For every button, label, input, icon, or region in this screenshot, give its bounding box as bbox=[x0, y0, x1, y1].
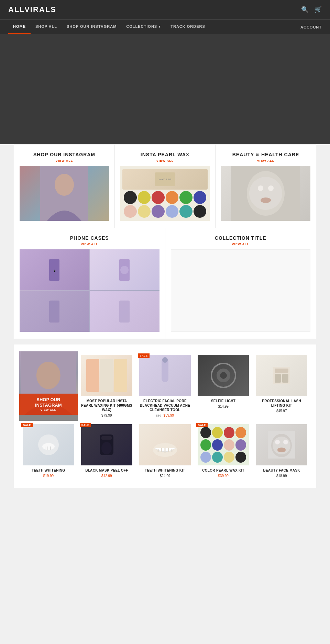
svg-point-34 bbox=[101, 442, 112, 454]
selfie-svg bbox=[210, 362, 237, 389]
nav-item-track-orders[interactable]: TRACK ORDERS bbox=[166, 20, 210, 34]
product-electric[interactable]: SALE Electric Facial Pore Blackhead Vacu… bbox=[136, 351, 194, 421]
svg-point-22 bbox=[220, 372, 227, 379]
product-mask-img bbox=[81, 424, 133, 465]
product-colorwax[interactable]: SALE Color Pearl Wax Kit bbox=[194, 421, 253, 481]
cw-1 bbox=[200, 427, 211, 438]
product-mask-name: Black Mask Peel Off bbox=[81, 468, 133, 473]
cw-4 bbox=[235, 427, 246, 438]
phone-quad-4 bbox=[90, 291, 159, 332]
top-header: ALLVIRALS 🔍 🛒 bbox=[0, 0, 330, 19]
collection-title-beauty: BEAUTY & HEALTH CARE bbox=[221, 151, 310, 158]
phone-svg-1: 📱 bbox=[44, 256, 65, 284]
nav-item-shop-instagram[interactable]: SHOP OUR INSTAGRAM bbox=[62, 20, 121, 34]
product-blackmask[interactable]: SALE Black Mask Peel Off $12.99 bbox=[78, 421, 136, 481]
nav-item-collections[interactable]: COLLECTIONS ▾ bbox=[121, 20, 166, 34]
svg-text:📱: 📱 bbox=[53, 270, 56, 272]
svg-rect-14 bbox=[49, 301, 59, 323]
products-grid-row2: SALE Teeth Whitening $19.99 S bbox=[19, 421, 311, 481]
product-selfie-name: Selfie Light bbox=[198, 399, 249, 403]
svg-point-13 bbox=[120, 266, 129, 274]
view-all-instagram[interactable]: VIEW ALL bbox=[20, 159, 109, 162]
phone-image: 📱 bbox=[20, 249, 160, 332]
wax-img-inner: WAX BAG bbox=[120, 166, 210, 221]
product-facemask2-name: Beauty Face Mask bbox=[256, 468, 307, 473]
product-teeth-name: Teeth Whitening bbox=[23, 468, 74, 473]
collection-card-wax: INSTA PEARL WAX VIEW ALL WAX BAG bbox=[115, 145, 216, 228]
product-instagram-featured[interactable]: SHOP OURINSTAGRAM VIEW ALL bbox=[19, 351, 78, 421]
collection-title-wax: INSTA PEARL WAX bbox=[120, 151, 210, 158]
product-wax-kit[interactable]: Most Popular Insta Pearl Waxing Kit (400… bbox=[78, 351, 136, 421]
product-teeth-price: $19.99 bbox=[23, 474, 74, 478]
product-colorwax-img bbox=[198, 424, 249, 465]
product-electric-img bbox=[139, 355, 191, 396]
lash-svg bbox=[268, 362, 295, 389]
svg-rect-26 bbox=[282, 374, 288, 383]
svg-rect-24 bbox=[275, 369, 288, 373]
mask-svg bbox=[93, 431, 120, 459]
product-mask-price: $12.99 bbox=[81, 474, 133, 478]
cart-icon[interactable]: 🛒 bbox=[314, 6, 322, 13]
phone-img-inner: 📱 bbox=[20, 249, 160, 332]
product-colorwax-price: $39.99 bbox=[198, 474, 249, 478]
product-lash-name: Professional Lash Lifting Kit bbox=[256, 399, 307, 408]
sale-badge-mask: SALE bbox=[80, 423, 91, 427]
svg-text:WAX BAG: WAX BAG bbox=[158, 178, 171, 181]
product-smile-img bbox=[139, 424, 191, 465]
view-all-phone[interactable]: VIEW ALL bbox=[20, 242, 160, 246]
product-teeth[interactable]: SALE Teeth Whitening $19.99 bbox=[19, 421, 78, 481]
insta-featured-img: SHOP OURINSTAGRAM VIEW ALL bbox=[19, 351, 78, 415]
collection-card-phone: PHONE CASES VIEW ALL 📱 bbox=[14, 228, 165, 339]
smile-svg bbox=[150, 431, 180, 459]
cw-12 bbox=[235, 452, 246, 463]
nav-item-home[interactable]: HOME bbox=[8, 20, 31, 34]
cw-2 bbox=[212, 427, 223, 438]
sale-badge-teeth: SALE bbox=[21, 423, 33, 427]
insta-overlay-link[interactable]: VIEW ALL bbox=[22, 408, 75, 411]
product-facemask2-price: $18.99 bbox=[256, 474, 307, 478]
phone-quad-1: 📱 bbox=[20, 249, 89, 290]
phone-svg-4 bbox=[114, 298, 135, 325]
instagram-img-inner bbox=[20, 166, 109, 221]
product-lash[interactable]: Professional Lash Lifting Kit $45.97 bbox=[252, 351, 311, 421]
main-content: SHOP OUR INSTAGRAM VIEW ALL INSTA PEARL … bbox=[0, 144, 330, 495]
collections-section: SHOP OUR INSTAGRAM VIEW ALL INSTA PEARL … bbox=[14, 144, 316, 339]
products-grid-row1: SHOP OURINSTAGRAM VIEW ALL Most Popular … bbox=[19, 351, 311, 421]
view-all-beauty[interactable]: VIEW ALL bbox=[221, 159, 310, 162]
teeth-svg bbox=[35, 431, 62, 459]
svg-rect-25 bbox=[275, 374, 281, 383]
product-selfie[interactable]: Selfie Light $14.99 bbox=[194, 351, 253, 421]
product-facemask2-img bbox=[256, 424, 307, 465]
nav-account[interactable]: Account bbox=[300, 25, 322, 29]
product-facemask2[interactable]: Beauty Face Mask $18.99 bbox=[252, 421, 311, 481]
view-all-ct[interactable]: VIEW ALL bbox=[171, 242, 311, 246]
collection-card-title: COLLECTION TITLE VIEW ALL bbox=[165, 228, 316, 339]
electric-svg bbox=[153, 355, 177, 389]
search-icon[interactable]: 🔍 bbox=[301, 6, 309, 13]
view-all-wax[interactable]: VIEW ALL bbox=[120, 159, 210, 162]
nav-item-shop-all[interactable]: SHOP ALL bbox=[31, 20, 62, 34]
svg-point-1 bbox=[55, 174, 74, 196]
cw-7 bbox=[224, 439, 234, 451]
sale-badge-colorwax: SALE bbox=[196, 423, 208, 427]
cw-8 bbox=[235, 439, 246, 451]
product-smile[interactable]: Teeth Whitening Kit $24.99 bbox=[136, 421, 194, 481]
main-nav: HOME SHOP ALL SHOP OUR INSTAGRAM COLLECT… bbox=[0, 19, 330, 34]
svg-point-44 bbox=[275, 440, 280, 444]
wk-1 bbox=[86, 359, 100, 392]
svg-point-8 bbox=[268, 185, 274, 191]
svg-point-6 bbox=[249, 177, 282, 210]
product-lash-img bbox=[256, 355, 307, 396]
cw-3 bbox=[224, 427, 234, 438]
cw-10 bbox=[212, 452, 223, 463]
svg-rect-33 bbox=[101, 436, 112, 440]
hero-banner bbox=[0, 34, 330, 144]
instagram-image bbox=[20, 166, 109, 221]
product-colorwax-name: Color Pearl Wax Kit bbox=[198, 468, 249, 473]
insta-overlay-title: SHOP OURINSTAGRAM bbox=[22, 397, 75, 408]
logo[interactable]: ALLVIRALS bbox=[8, 5, 56, 14]
product-selfie-img bbox=[198, 355, 249, 396]
collection-title-phone: PHONE CASES bbox=[20, 235, 160, 241]
instagram-person-svg bbox=[40, 166, 88, 221]
sale-badge-electric: SALE bbox=[138, 353, 149, 358]
